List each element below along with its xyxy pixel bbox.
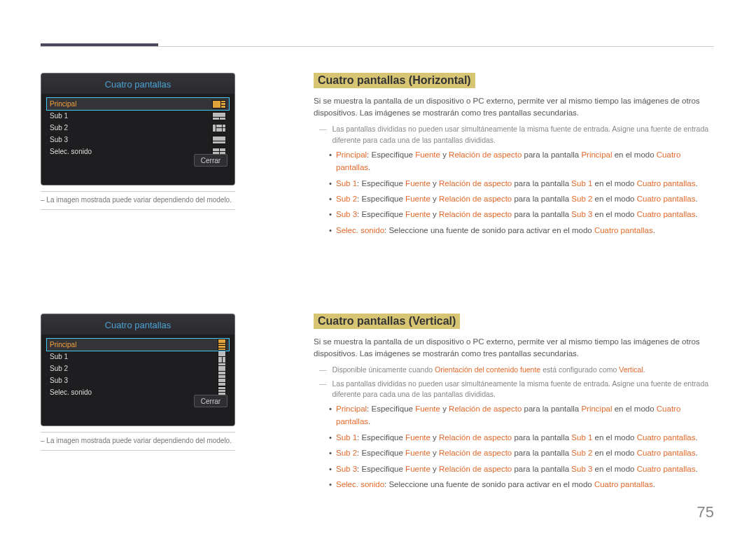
note-input-sources: Las pantallas divididas no pueden usar s… xyxy=(319,379,714,400)
osd-item-label: Principal xyxy=(48,100,212,108)
section-vertical: Cuatro pantallas (Vertical) Si se muestr… xyxy=(314,314,714,493)
layout-icon xyxy=(218,363,226,375)
header-rule xyxy=(41,46,714,47)
osd-item-label: Sub 1 xyxy=(48,353,218,360)
osd-item-sub3[interactable]: Sub 3 xyxy=(47,134,229,146)
bullet-sub1: Sub 1: Especifique Fuente y Relación de … xyxy=(329,431,714,444)
bullet-sub2: Sub 2: Especifique Fuente y Relación de … xyxy=(329,192,714,205)
osd-item-sub1[interactable]: Sub 1 xyxy=(47,351,229,363)
osd-item-label: Sub 3 xyxy=(48,136,212,143)
note-rule xyxy=(41,191,235,192)
layout-icon xyxy=(218,351,226,363)
osd-item-label: Sub 2 xyxy=(48,124,212,132)
osd-close-button[interactable]: Cerrar xyxy=(194,154,227,167)
osd-item-label: Selec. sonido xyxy=(48,388,218,396)
layout-icon xyxy=(212,136,226,144)
layout-icon xyxy=(218,339,226,351)
section-intro: Si se muestra la pantalla de un disposit… xyxy=(314,95,714,118)
osd-item-sub3[interactable]: Sub 3 xyxy=(47,374,229,386)
image-may-vary-note: – La imagen mostrada puede variar depend… xyxy=(41,196,272,204)
layout-icon xyxy=(212,124,226,132)
bullet-sub1: Sub 1: Especifique Fuente y Relación de … xyxy=(329,177,714,190)
bullet-principal: Principal: Especifique Fuente y Relación… xyxy=(329,402,714,428)
layout-icon xyxy=(212,100,226,108)
osd-item-sub1[interactable]: Sub 1 xyxy=(47,110,229,122)
osd-body: Principal Sub 1 Sub 2 Sub 3 Selec. sonid… xyxy=(41,335,234,426)
bullet-list: Principal: Especifique Fuente y Relación… xyxy=(329,402,714,491)
bullet-sub3: Sub 3: Especifique Fuente y Relación de … xyxy=(329,208,714,220)
page-number: 75 xyxy=(697,503,714,521)
image-may-vary-note: – La imagen mostrada puede variar depend… xyxy=(41,437,272,444)
note-rule xyxy=(41,450,235,451)
osd-window-horizontal: Cuatro pantallas Principal Sub 1 Sub 2 S… xyxy=(41,73,235,185)
note-text: Disponible únicamente cuando Orientación… xyxy=(332,365,645,375)
osd-item-label: Selec. sonido xyxy=(48,148,212,155)
osd-item-label: Sub 1 xyxy=(48,112,212,120)
osd-close-button[interactable]: Cerrar xyxy=(194,395,227,407)
bullet-sub3: Sub 3: Especifique Fuente y Relación de … xyxy=(329,463,714,475)
layout-icon xyxy=(212,112,226,120)
osd-item-principal[interactable]: Principal xyxy=(47,339,229,351)
osd-item-label: Sub 2 xyxy=(48,365,218,372)
note-text: Las pantallas divididas no pueden usar s… xyxy=(332,379,715,400)
note-rule xyxy=(41,209,235,210)
osd-item-sub2[interactable]: Sub 2 xyxy=(47,363,229,374)
osd-horizontal-container: Cuatro pantallas Principal Sub 1 Sub 2 S… xyxy=(41,73,272,210)
section-heading: Cuatro pantallas (Vertical) xyxy=(314,314,460,329)
layout-icon xyxy=(218,374,226,387)
osd-item-label: Principal xyxy=(48,341,218,349)
osd-body: Principal Sub 1 Sub 2 Sub 3 Selec. sonid… xyxy=(41,94,234,185)
osd-item-sub2[interactable]: Sub 2 xyxy=(47,122,229,134)
section-heading: Cuatro pantallas (Horizontal) xyxy=(314,73,475,88)
osd-title: Cuatro pantallas xyxy=(41,73,234,94)
bullet-principal: Principal: Especifique Fuente y Relación… xyxy=(329,148,714,174)
osd-title: Cuatro pantallas xyxy=(41,314,234,335)
bullet-list: Principal: Especifique Fuente y Relación… xyxy=(329,148,714,237)
osd-item-principal[interactable]: Principal xyxy=(47,98,229,110)
note-available-when: Disponible únicamente cuando Orientación… xyxy=(319,365,714,375)
osd-vertical-container: Cuatro pantallas Principal Sub 1 Sub 2 S… xyxy=(41,314,272,451)
note-input-sources: Las pantallas divididas no pueden usar s… xyxy=(319,124,714,145)
bullet-selec-sonido: Selec. sonido: Seleccione una fuente de … xyxy=(329,478,714,491)
osd-item-label: Sub 3 xyxy=(48,377,218,384)
osd-window-vertical: Cuatro pantallas Principal Sub 1 Sub 2 S… xyxy=(41,314,235,426)
note-rule xyxy=(41,432,235,433)
section-intro: Si se muestra la pantalla de un disposit… xyxy=(314,336,714,359)
bullet-sub2: Sub 2: Especifique Fuente y Relación de … xyxy=(329,447,714,459)
note-text: Las pantallas divididas no pueden usar s… xyxy=(332,124,715,145)
section-horizontal: Cuatro pantallas (Horizontal) Si se mues… xyxy=(314,73,714,239)
bullet-selec-sonido: Selec. sonido: Seleccione una fuente de … xyxy=(329,224,714,237)
